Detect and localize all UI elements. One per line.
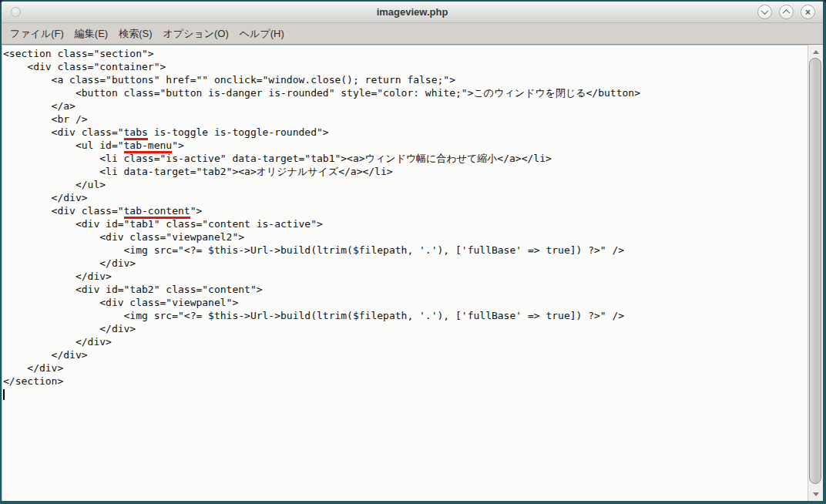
menu-help[interactable]: ヘルプ(H) <box>234 24 290 44</box>
code-line: </div> <box>3 257 808 270</box>
code-line: </section> <box>3 375 808 388</box>
scrollbar-thumb[interactable] <box>809 58 821 484</box>
code-line: <br /> <box>3 113 808 126</box>
code-line <box>3 388 808 401</box>
code-line: <div class="viewpanel2"> <box>3 230 808 244</box>
arrow-up-icon <box>813 50 819 54</box>
menu-options[interactable]: オプション(O) <box>158 24 234 44</box>
editor-window: imageview.php × ファイル(F) 編集(E) 検索(S) オプショ… <box>0 0 826 504</box>
menu-file[interactable]: ファイル(F) <box>5 24 69 44</box>
code-line: <li class="is-active" data-target="tab1"… <box>3 152 808 165</box>
titlebar[interactable]: imageview.php × <box>2 2 823 23</box>
code-line: </div> <box>3 270 808 283</box>
code-line: </div> <box>3 191 808 204</box>
code-line: <a class="buttons" href="" onclick="wind… <box>3 73 808 86</box>
code-line: </div> <box>3 348 808 361</box>
code-area[interactable]: <section class="section"> <div class="co… <box>2 45 808 501</box>
close-button[interactable]: × <box>801 5 815 19</box>
window-controls: × <box>757 5 823 19</box>
editor-area: <section class="section"> <div class="co… <box>2 45 823 501</box>
code-line: <div class="viewpanel"> <box>3 296 808 309</box>
code-line: <div class="tabs is-toggle is-toggle-rou… <box>3 126 808 139</box>
code-line: <div class="tab-content"> <box>3 204 808 217</box>
window-title: imageview.php <box>2 6 823 18</box>
code-line: <div id="tab2" class="content"> <box>3 283 808 296</box>
text-cursor <box>3 389 5 400</box>
code-line: <ul id="tab-menu"> <box>3 139 808 152</box>
scroll-down-button[interactable] <box>808 489 823 499</box>
code-line: </div> <box>3 361 808 375</box>
code-line: <img src="<?= $this->Url->build(ltrim($f… <box>3 244 808 257</box>
menu-search[interactable]: 検索(S) <box>113 24 157 44</box>
code-line: </ul> <box>3 178 808 191</box>
close-icon: × <box>805 8 811 17</box>
arrow-down-icon <box>813 492 819 496</box>
code-line: <section class="section"> <box>3 47 808 60</box>
menu-edit[interactable]: 編集(E) <box>69 24 113 44</box>
chevron-down-icon <box>761 7 769 15</box>
code-line: <div class="container"> <box>3 60 808 73</box>
minimize-button[interactable] <box>757 5 772 19</box>
code-line: <div id="tab1" class="content is-active"… <box>3 217 808 230</box>
maximize-button[interactable] <box>779 5 794 19</box>
code-line: <button class="button is-danger is-round… <box>3 86 808 99</box>
code-line: </div> <box>3 322 808 335</box>
code-line: <img src="<?= $this->Url->build(ltrim($f… <box>3 309 808 322</box>
code-line: </a> <box>3 99 808 113</box>
menubar: ファイル(F) 編集(E) 検索(S) オプション(O) ヘルプ(H) <box>2 23 823 45</box>
code-line: </div> <box>3 335 808 348</box>
scroll-up-button[interactable] <box>808 46 823 57</box>
code-line: <li data-target="tab2"><a>オリジナルサイズ</a></… <box>3 165 808 178</box>
app-icon <box>11 7 21 17</box>
vertical-scrollbar[interactable] <box>808 45 823 501</box>
chevron-up-icon <box>783 9 791 17</box>
